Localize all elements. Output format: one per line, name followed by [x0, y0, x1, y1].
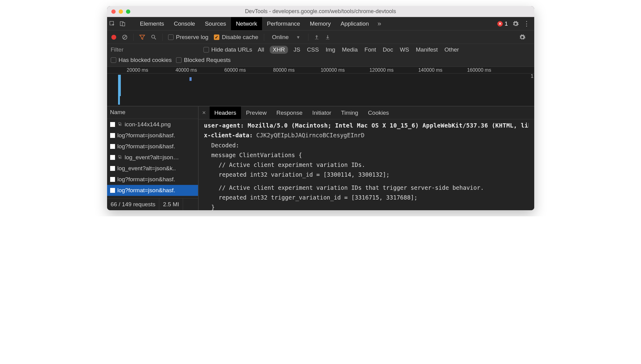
gear-icon: [117, 122, 122, 127]
file-icon: [110, 133, 115, 138]
filter-type-manifest[interactable]: Manifest: [415, 46, 439, 54]
request-row[interactable]: log?format=json&hasf.: [107, 130, 198, 141]
request-row[interactable]: icon-144x144.png: [107, 119, 198, 130]
timeline-tick: 60000 ms: [224, 67, 246, 73]
window-title: DevTools - developers.google.com/web/too…: [107, 8, 534, 15]
record-button[interactable]: [111, 35, 116, 40]
timeline-tick: 20000 ms: [127, 67, 148, 73]
request-row[interactable]: log?format=json&hasf.: [107, 141, 198, 152]
detail-tab-response[interactable]: Response: [272, 106, 308, 119]
download-icon[interactable]: [325, 34, 330, 40]
detail-tab-cookies[interactable]: Cookies: [363, 106, 394, 119]
request-row[interactable]: log_event?alt=json&k..: [107, 163, 198, 174]
filter-type-all[interactable]: All: [257, 46, 265, 54]
filter-type-js[interactable]: JS: [292, 46, 301, 54]
svg-point-8: [119, 157, 121, 158]
error-icon: ✕: [497, 21, 503, 27]
error-count: 1: [505, 20, 508, 27]
throttling-value: Online: [272, 34, 289, 41]
more-tabs-icon[interactable]: »: [374, 20, 385, 28]
file-icon: [110, 166, 115, 171]
tab-elements[interactable]: Elements: [135, 17, 169, 30]
separator: [133, 34, 134, 41]
file-icon: [110, 155, 115, 160]
request-name: log?format=json&hasf.: [117, 132, 175, 139]
chevron-down-icon: ▼: [296, 35, 300, 40]
svg-rect-2: [122, 23, 125, 26]
request-name: log?format=json&hasf.: [117, 187, 175, 194]
file-icon: [110, 177, 115, 182]
timeline-tick: 120000 ms: [369, 67, 394, 73]
proto-field-1: repeated int32 variation_id = [3300114, …: [204, 170, 529, 179]
status-bar: 66 / 149 requests 2.5 MI: [107, 198, 198, 210]
transfer-size: 2.5 MI: [159, 199, 183, 210]
svg-line-4: [123, 36, 126, 39]
filter-input[interactable]: Filter: [111, 46, 199, 53]
request-row[interactable]: log?format=json&hasf.: [107, 174, 198, 185]
error-badge[interactable]: ✕ 1: [497, 20, 508, 27]
disable-cache-checkbox[interactable]: ✓ Disable cache: [214, 34, 258, 41]
network-toolbar: Preserve log ✓ Disable cache Online ▼: [107, 31, 534, 44]
request-name: icon-144x144.png: [125, 121, 171, 128]
blocked-requests-checkbox[interactable]: Blocked Requests: [176, 57, 231, 63]
device-toggle-icon[interactable]: [117, 21, 128, 27]
proto-comment-2: // Active client experiment variation ID…: [204, 183, 529, 193]
filter-type-css[interactable]: CSS: [306, 46, 320, 54]
request-row[interactable]: log_event?alt=json…: [107, 152, 198, 163]
tab-performance[interactable]: Performance: [262, 17, 305, 30]
detail-tab-timing[interactable]: Timing: [336, 106, 363, 119]
throttling-select[interactable]: Online ▼: [270, 34, 303, 41]
detail-tab-preview[interactable]: Preview: [241, 106, 272, 119]
request-row[interactable]: log?format=json&hasf.: [107, 196, 198, 198]
search-icon[interactable]: [151, 34, 157, 40]
filter-icon[interactable]: [139, 34, 145, 40]
content: Name icon-144x144.pnglog?format=json&has…: [107, 106, 534, 210]
filter-type-doc[interactable]: Doc: [382, 46, 394, 54]
x-client-data-key: x-client-data:: [204, 132, 253, 139]
proto-message-close: }: [204, 202, 529, 210]
detail-tab-headers[interactable]: Headers: [210, 106, 241, 119]
separator: [308, 34, 308, 41]
network-settings-icon[interactable]: [519, 34, 526, 41]
filter-bar: Filter Hide data URLs AllXHRJSCSSImgMedi…: [107, 44, 534, 67]
tab-memory[interactable]: Memory: [305, 17, 336, 30]
tab-application[interactable]: Application: [336, 17, 374, 30]
close-detail-icon[interactable]: ×: [199, 109, 210, 116]
detail-tabs: × HeadersPreviewResponseInitiatorTimingC…: [199, 106, 534, 119]
inspect-icon[interactable]: [107, 21, 117, 27]
filter-type-font[interactable]: Font: [363, 46, 377, 54]
detail-tab-initiator[interactable]: Initiator: [307, 106, 336, 119]
upload-icon[interactable]: [314, 34, 319, 40]
tab-sources[interactable]: Sources: [200, 17, 231, 30]
filter-type-xhr[interactable]: XHR: [270, 46, 288, 54]
clear-icon[interactable]: [122, 34, 128, 40]
kebab-menu-icon[interactable]: ⋮: [523, 20, 530, 28]
blocked-requests-label: Blocked Requests: [184, 57, 231, 63]
tab-network[interactable]: Network: [231, 17, 262, 30]
filter-type-img[interactable]: Img: [324, 46, 337, 54]
timeline[interactable]: 20000 ms40000 ms60000 ms80000 ms100000 m…: [107, 67, 534, 106]
timeline-tick: 140000 ms: [418, 67, 442, 73]
request-name: log?format=json&hasf.: [117, 176, 175, 183]
timeline-tick: 80000 ms: [273, 67, 294, 73]
timeline-tick: 100000 ms: [321, 67, 345, 73]
file-icon: [110, 122, 115, 127]
filter-type-media[interactable]: Media: [341, 46, 359, 54]
tab-console[interactable]: Console: [169, 17, 200, 30]
disable-cache-label: Disable cache: [222, 34, 258, 41]
main-tabs: ElementsConsoleSourcesNetworkPerformance…: [107, 17, 534, 31]
file-icon: [110, 188, 115, 193]
gear-icon: [117, 155, 122, 160]
settings-icon[interactable]: [512, 20, 519, 27]
svg-point-5: [152, 35, 155, 38]
preserve-log-checkbox[interactable]: Preserve log: [168, 34, 209, 41]
filter-type-other[interactable]: Other: [443, 46, 460, 54]
name-column-header[interactable]: Name: [107, 106, 198, 119]
separator: [264, 34, 264, 41]
filter-type-ws[interactable]: WS: [398, 46, 410, 54]
user-agent-header: user-agent: Mozilla/5.0 (Macintosh; Inte…: [204, 121, 529, 130]
has-blocked-cookies-checkbox[interactable]: Has blocked cookies: [111, 57, 172, 63]
request-row[interactable]: log?format=json&hasf.: [107, 185, 198, 196]
request-count: 66 / 149 requests: [107, 199, 160, 210]
hide-data-urls-checkbox[interactable]: Hide data URLs: [203, 46, 252, 53]
